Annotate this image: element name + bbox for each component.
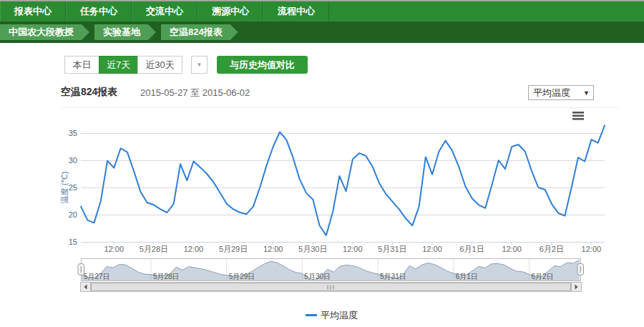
chevron-down-icon: ▼ xyxy=(197,62,203,68)
x-axis-tick-label: 5月31日 xyxy=(378,245,406,253)
y-axis-title: 温度 (℃) xyxy=(60,172,69,204)
navigator-date-label: 5月27日 xyxy=(84,273,110,280)
chart-export-menu-button[interactable] xyxy=(572,112,584,120)
nav-item-4[interactable]: 溯源中心 xyxy=(197,1,263,21)
range-button-本日[interactable]: 本日 xyxy=(64,56,99,74)
x-axis-tick-label: 5月30日 xyxy=(298,245,327,253)
x-axis-tick-label: 12:00 xyxy=(343,245,363,253)
x-axis-tick-label: 6月2日 xyxy=(540,245,564,253)
top-navigation-bar: 报表中心任务中心交流中心溯源中心流程中心 xyxy=(0,0,644,21)
x-axis-tick-label: 5月28日 xyxy=(140,245,168,253)
scrollbar-right-button[interactable] xyxy=(572,283,582,292)
x-axis-tick-label: 12:00 xyxy=(582,245,602,253)
report-date-range: 2015-05-27 至 2015-06-02 xyxy=(140,87,250,99)
nav-item-1[interactable]: 报表中心 xyxy=(0,1,66,21)
navigator-date-label: 5月31日 xyxy=(380,273,406,280)
hamburger-menu-icon xyxy=(572,118,584,120)
x-axis-tick-label: 12:00 xyxy=(502,245,522,253)
y-axis-tick-label: 15 xyxy=(69,238,77,246)
range-button-近30天[interactable]: 近30天 xyxy=(137,56,182,74)
x-axis-tick-label: 12:00 xyxy=(184,245,204,253)
y-axis-labels: 3530252015 xyxy=(69,129,77,246)
x-axis-tick-label: 6月1日 xyxy=(459,245,484,253)
navigator-date-label: 6月2日 xyxy=(532,273,554,280)
x-axis-tick-label: 12:00 xyxy=(263,245,283,253)
navigator-right-handle[interactable] xyxy=(577,264,584,275)
average-temperature-line-series xyxy=(81,125,605,235)
scrollbar-thumb[interactable] xyxy=(92,283,571,291)
nav-item-5[interactable]: 流程中心 xyxy=(263,1,329,21)
y-axis-tick-label: 25 xyxy=(69,183,77,192)
navigator-date-label: 5月29日 xyxy=(229,273,255,280)
breadcrumb-item-2[interactable]: 实验基地 xyxy=(94,24,156,40)
legend-label: 平均温度 xyxy=(321,310,358,321)
compare-history-button[interactable]: 与历史均值对比 xyxy=(217,56,308,74)
navigator-date-label: 5月30日 xyxy=(304,273,331,280)
x-axis-tick-label: 12:00 xyxy=(104,245,125,253)
breadcrumb-item-1[interactable]: 中国农大段教授 xyxy=(0,24,89,40)
chevron-down-icon: ▼ xyxy=(583,89,593,97)
range-dropdown-button[interactable]: ▼ xyxy=(191,56,208,74)
legend-item-average-temperature[interactable]: 平均温度 xyxy=(306,310,358,321)
navigator-date-label: 5月28日 xyxy=(153,273,180,280)
y-axis-tick-label: 35 xyxy=(69,129,77,137)
hamburger-menu-icon xyxy=(572,115,584,117)
x-axis-labels: 12:005月28日12:005月29日12:005月30日12:005月31日… xyxy=(104,245,602,253)
date-range-button-group: 本日近7天近30天 xyxy=(64,56,182,74)
navigator-date-label: 6月1日 xyxy=(456,273,478,280)
hamburger-menu-icon xyxy=(572,112,584,114)
y-gridlines xyxy=(81,134,605,215)
nav-item-2[interactable]: 任务中心 xyxy=(66,1,132,21)
page-title: 空温824报表 xyxy=(61,86,117,99)
scrollbar-left-button[interactable] xyxy=(81,283,91,292)
y-axis-tick-label: 30 xyxy=(69,156,77,165)
range-button-近7天[interactable]: 近7天 xyxy=(99,56,138,74)
x-axis-tick-label: 12:00 xyxy=(422,245,442,253)
series-select[interactable]: 平均温度 ▼ xyxy=(528,85,594,100)
nav-item-3[interactable]: 交流中心 xyxy=(132,1,197,21)
y-axis-tick-label: 20 xyxy=(69,210,77,219)
temperature-chart: 12:005月28日12:005月29日12:005月30日12:005月31日… xyxy=(0,106,644,327)
breadcrumb: 中国农大段教授实验基地空温824报表 xyxy=(0,21,644,43)
breadcrumb-item-3[interactable]: 空温824报表 xyxy=(161,24,238,40)
series-select-value: 平均温度 xyxy=(529,87,583,99)
x-axis-tick-label: 5月29日 xyxy=(219,245,248,253)
navigator-left-handle[interactable] xyxy=(78,264,84,275)
